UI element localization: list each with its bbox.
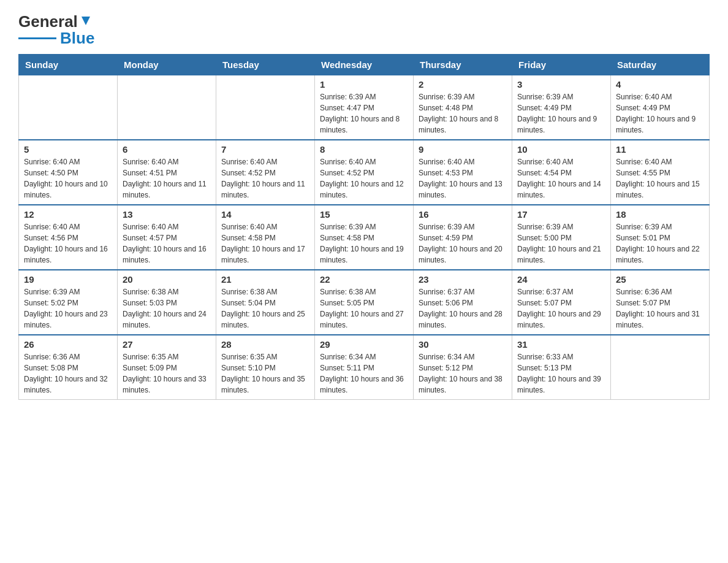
day-info: Sunrise: 6:38 AM Sunset: 5:04 PM Dayligh… xyxy=(221,286,309,331)
calendar-day-cell: 13Sunrise: 6:40 AM Sunset: 4:57 PM Dayli… xyxy=(118,205,216,270)
calendar-day-cell xyxy=(19,75,118,140)
calendar-day-cell xyxy=(118,75,216,140)
day-info: Sunrise: 6:39 AM Sunset: 4:48 PM Dayligh… xyxy=(419,91,507,136)
day-number: 21 xyxy=(221,274,309,285)
day-info: Sunrise: 6:39 AM Sunset: 4:58 PM Dayligh… xyxy=(320,221,408,266)
day-info: Sunrise: 6:40 AM Sunset: 4:55 PM Dayligh… xyxy=(616,156,704,201)
day-number: 16 xyxy=(419,209,507,220)
calendar-day-cell: 17Sunrise: 6:39 AM Sunset: 5:00 PM Dayli… xyxy=(512,205,611,270)
day-number: 1 xyxy=(320,79,408,90)
calendar-day-cell: 22Sunrise: 6:38 AM Sunset: 5:05 PM Dayli… xyxy=(315,270,414,335)
calendar-day-cell xyxy=(611,335,710,400)
day-info: Sunrise: 6:40 AM Sunset: 4:57 PM Dayligh… xyxy=(123,221,211,266)
day-info: Sunrise: 6:40 AM Sunset: 4:54 PM Dayligh… xyxy=(517,156,605,201)
day-number: 31 xyxy=(517,339,605,350)
day-number: 13 xyxy=(123,209,211,220)
logo-underline xyxy=(18,37,56,39)
day-number: 12 xyxy=(24,209,112,220)
logo: General Blue xyxy=(18,12,94,48)
calendar-day-cell: 28Sunrise: 6:35 AM Sunset: 5:10 PM Dayli… xyxy=(216,335,315,400)
calendar-day-cell: 27Sunrise: 6:35 AM Sunset: 5:09 PM Dayli… xyxy=(118,335,216,400)
calendar-day-cell: 3Sunrise: 6:39 AM Sunset: 4:49 PM Daylig… xyxy=(512,75,611,140)
calendar-week-row: 1Sunrise: 6:39 AM Sunset: 4:47 PM Daylig… xyxy=(19,75,710,140)
day-info: Sunrise: 6:33 AM Sunset: 5:13 PM Dayligh… xyxy=(517,351,605,396)
calendar-day-cell: 25Sunrise: 6:36 AM Sunset: 5:07 PM Dayli… xyxy=(611,270,710,335)
calendar-day-cell: 21Sunrise: 6:38 AM Sunset: 5:04 PM Dayli… xyxy=(216,270,315,335)
day-of-week-header: Tuesday xyxy=(216,55,315,75)
calendar-day-cell: 1Sunrise: 6:39 AM Sunset: 4:47 PM Daylig… xyxy=(315,75,414,140)
day-number: 29 xyxy=(320,339,408,350)
day-info: Sunrise: 6:40 AM Sunset: 4:58 PM Dayligh… xyxy=(221,221,309,266)
calendar-day-cell: 8Sunrise: 6:40 AM Sunset: 4:52 PM Daylig… xyxy=(315,140,414,205)
day-number: 3 xyxy=(517,79,605,90)
day-info: Sunrise: 6:37 AM Sunset: 5:07 PM Dayligh… xyxy=(517,286,605,331)
day-info: Sunrise: 6:39 AM Sunset: 4:47 PM Dayligh… xyxy=(320,91,408,136)
day-info: Sunrise: 6:39 AM Sunset: 4:49 PM Dayligh… xyxy=(517,91,605,136)
calendar-day-cell: 14Sunrise: 6:40 AM Sunset: 4:58 PM Dayli… xyxy=(216,205,315,270)
day-number: 24 xyxy=(517,274,605,285)
logo-blue: Blue xyxy=(60,29,94,48)
calendar-day-cell: 11Sunrise: 6:40 AM Sunset: 4:55 PM Dayli… xyxy=(611,140,710,205)
day-info: Sunrise: 6:36 AM Sunset: 5:07 PM Dayligh… xyxy=(616,286,704,331)
day-number: 18 xyxy=(616,209,704,220)
svg-marker-0 xyxy=(82,17,90,25)
day-number: 9 xyxy=(419,144,507,155)
day-info: Sunrise: 6:40 AM Sunset: 4:49 PM Dayligh… xyxy=(616,91,704,136)
calendar-day-cell: 30Sunrise: 6:34 AM Sunset: 5:12 PM Dayli… xyxy=(414,335,512,400)
day-info: Sunrise: 6:40 AM Sunset: 4:53 PM Dayligh… xyxy=(419,156,507,201)
day-info: Sunrise: 6:39 AM Sunset: 4:59 PM Dayligh… xyxy=(419,221,507,266)
calendar-day-cell: 19Sunrise: 6:39 AM Sunset: 5:02 PM Dayli… xyxy=(19,270,118,335)
day-info: Sunrise: 6:38 AM Sunset: 5:03 PM Dayligh… xyxy=(123,286,211,331)
day-number: 19 xyxy=(24,274,112,285)
calendar-header-row: SundayMondayTuesdayWednesdayThursdayFrid… xyxy=(19,55,710,75)
day-info: Sunrise: 6:38 AM Sunset: 5:05 PM Dayligh… xyxy=(320,286,408,331)
day-info: Sunrise: 6:39 AM Sunset: 5:00 PM Dayligh… xyxy=(517,221,605,266)
day-info: Sunrise: 6:39 AM Sunset: 5:01 PM Dayligh… xyxy=(616,221,704,266)
day-number: 28 xyxy=(221,339,309,350)
calendar-week-row: 26Sunrise: 6:36 AM Sunset: 5:08 PM Dayli… xyxy=(19,335,710,400)
day-of-week-header: Wednesday xyxy=(315,55,414,75)
calendar-day-cell: 18Sunrise: 6:39 AM Sunset: 5:01 PM Dayli… xyxy=(611,205,710,270)
day-of-week-header: Saturday xyxy=(611,55,710,75)
day-info: Sunrise: 6:36 AM Sunset: 5:08 PM Dayligh… xyxy=(24,351,112,396)
calendar-table: SundayMondayTuesdayWednesdayThursdayFrid… xyxy=(18,54,710,400)
calendar-week-row: 5Sunrise: 6:40 AM Sunset: 4:50 PM Daylig… xyxy=(19,140,710,205)
page-header: General Blue xyxy=(18,12,710,48)
calendar-day-cell: 20Sunrise: 6:38 AM Sunset: 5:03 PM Dayli… xyxy=(118,270,216,335)
day-info: Sunrise: 6:35 AM Sunset: 5:10 PM Dayligh… xyxy=(221,351,309,396)
calendar-week-row: 19Sunrise: 6:39 AM Sunset: 5:02 PM Dayli… xyxy=(19,270,710,335)
calendar-day-cell: 9Sunrise: 6:40 AM Sunset: 4:53 PM Daylig… xyxy=(414,140,512,205)
calendar-day-cell: 16Sunrise: 6:39 AM Sunset: 4:59 PM Dayli… xyxy=(414,205,512,270)
day-number: 25 xyxy=(616,274,704,285)
calendar-day-cell: 4Sunrise: 6:40 AM Sunset: 4:49 PM Daylig… xyxy=(611,75,710,140)
day-number: 22 xyxy=(320,274,408,285)
calendar-day-cell: 6Sunrise: 6:40 AM Sunset: 4:51 PM Daylig… xyxy=(118,140,216,205)
day-number: 8 xyxy=(320,144,408,155)
calendar-day-cell: 2Sunrise: 6:39 AM Sunset: 4:48 PM Daylig… xyxy=(414,75,512,140)
day-of-week-header: Monday xyxy=(118,55,216,75)
day-number: 26 xyxy=(24,339,112,350)
day-info: Sunrise: 6:35 AM Sunset: 5:09 PM Dayligh… xyxy=(123,351,211,396)
day-info: Sunrise: 6:34 AM Sunset: 5:12 PM Dayligh… xyxy=(419,351,507,396)
calendar-day-cell: 10Sunrise: 6:40 AM Sunset: 4:54 PM Dayli… xyxy=(512,140,611,205)
day-number: 6 xyxy=(123,144,211,155)
day-number: 2 xyxy=(419,79,507,90)
day-number: 4 xyxy=(616,79,704,90)
calendar-day-cell xyxy=(216,75,315,140)
day-number: 23 xyxy=(419,274,507,285)
day-of-week-header: Friday xyxy=(512,55,611,75)
day-info: Sunrise: 6:34 AM Sunset: 5:11 PM Dayligh… xyxy=(320,351,408,396)
day-info: Sunrise: 6:40 AM Sunset: 4:51 PM Dayligh… xyxy=(123,156,211,201)
day-number: 27 xyxy=(123,339,211,350)
calendar-day-cell: 12Sunrise: 6:40 AM Sunset: 4:56 PM Dayli… xyxy=(19,205,118,270)
logo-triangle-icon xyxy=(79,14,93,28)
calendar-day-cell: 29Sunrise: 6:34 AM Sunset: 5:11 PM Dayli… xyxy=(315,335,414,400)
calendar-week-row: 12Sunrise: 6:40 AM Sunset: 4:56 PM Dayli… xyxy=(19,205,710,270)
calendar-day-cell: 24Sunrise: 6:37 AM Sunset: 5:07 PM Dayli… xyxy=(512,270,611,335)
day-number: 5 xyxy=(24,144,112,155)
calendar-day-cell: 15Sunrise: 6:39 AM Sunset: 4:58 PM Dayli… xyxy=(315,205,414,270)
day-number: 17 xyxy=(517,209,605,220)
calendar-day-cell: 31Sunrise: 6:33 AM Sunset: 5:13 PM Dayli… xyxy=(512,335,611,400)
day-info: Sunrise: 6:37 AM Sunset: 5:06 PM Dayligh… xyxy=(419,286,507,331)
day-number: 14 xyxy=(221,209,309,220)
